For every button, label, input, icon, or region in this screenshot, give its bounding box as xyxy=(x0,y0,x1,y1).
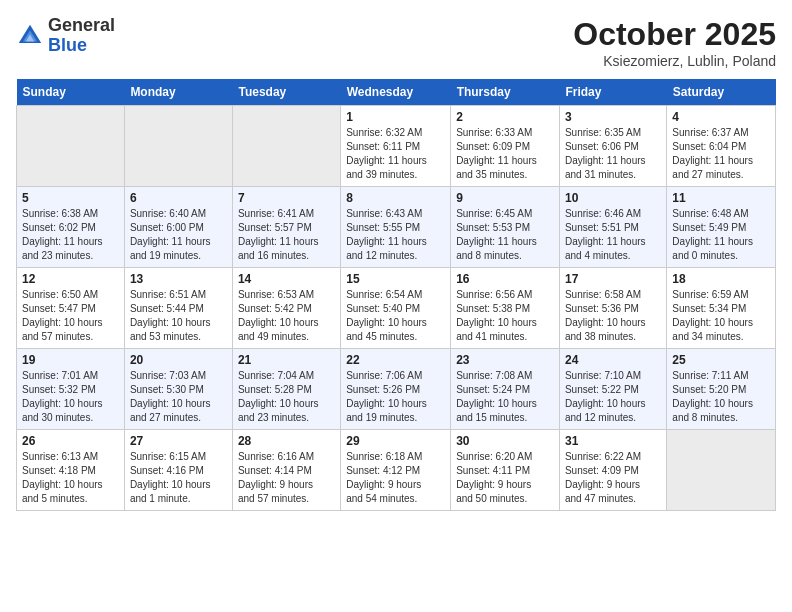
day-number: 12 xyxy=(22,272,119,286)
calendar-cell: 12Sunrise: 6:50 AM Sunset: 5:47 PM Dayli… xyxy=(17,268,125,349)
day-info: Sunrise: 6:20 AM Sunset: 4:11 PM Dayligh… xyxy=(456,450,554,506)
day-info: Sunrise: 6:15 AM Sunset: 4:16 PM Dayligh… xyxy=(130,450,227,506)
day-info: Sunrise: 7:01 AM Sunset: 5:32 PM Dayligh… xyxy=(22,369,119,425)
calendar-cell: 16Sunrise: 6:56 AM Sunset: 5:38 PM Dayli… xyxy=(451,268,560,349)
col-header-monday: Monday xyxy=(124,79,232,106)
day-number: 2 xyxy=(456,110,554,124)
day-info: Sunrise: 6:22 AM Sunset: 4:09 PM Dayligh… xyxy=(565,450,661,506)
col-header-thursday: Thursday xyxy=(451,79,560,106)
calendar-week-1: 1Sunrise: 6:32 AM Sunset: 6:11 PM Daylig… xyxy=(17,106,776,187)
day-number: 20 xyxy=(130,353,227,367)
day-number: 1 xyxy=(346,110,445,124)
calendar-cell: 15Sunrise: 6:54 AM Sunset: 5:40 PM Dayli… xyxy=(341,268,451,349)
calendar-cell: 9Sunrise: 6:45 AM Sunset: 5:53 PM Daylig… xyxy=(451,187,560,268)
calendar-header-row: SundayMondayTuesdayWednesdayThursdayFrid… xyxy=(17,79,776,106)
day-number: 13 xyxy=(130,272,227,286)
day-info: Sunrise: 6:45 AM Sunset: 5:53 PM Dayligh… xyxy=(456,207,554,263)
day-number: 11 xyxy=(672,191,770,205)
calendar-cell: 19Sunrise: 7:01 AM Sunset: 5:32 PM Dayli… xyxy=(17,349,125,430)
day-number: 22 xyxy=(346,353,445,367)
logo: General Blue xyxy=(16,16,115,56)
calendar-cell xyxy=(232,106,340,187)
calendar-cell: 29Sunrise: 6:18 AM Sunset: 4:12 PM Dayli… xyxy=(341,430,451,511)
day-info: Sunrise: 6:40 AM Sunset: 6:00 PM Dayligh… xyxy=(130,207,227,263)
day-number: 8 xyxy=(346,191,445,205)
day-info: Sunrise: 7:06 AM Sunset: 5:26 PM Dayligh… xyxy=(346,369,445,425)
day-number: 29 xyxy=(346,434,445,448)
day-info: Sunrise: 7:11 AM Sunset: 5:20 PM Dayligh… xyxy=(672,369,770,425)
day-number: 7 xyxy=(238,191,335,205)
calendar-week-4: 19Sunrise: 7:01 AM Sunset: 5:32 PM Dayli… xyxy=(17,349,776,430)
calendar-week-2: 5Sunrise: 6:38 AM Sunset: 6:02 PM Daylig… xyxy=(17,187,776,268)
day-number: 10 xyxy=(565,191,661,205)
day-number: 14 xyxy=(238,272,335,286)
calendar-cell: 30Sunrise: 6:20 AM Sunset: 4:11 PM Dayli… xyxy=(451,430,560,511)
calendar-cell: 13Sunrise: 6:51 AM Sunset: 5:44 PM Dayli… xyxy=(124,268,232,349)
day-number: 24 xyxy=(565,353,661,367)
calendar-cell xyxy=(124,106,232,187)
calendar-cell: 3Sunrise: 6:35 AM Sunset: 6:06 PM Daylig… xyxy=(559,106,666,187)
calendar-cell: 21Sunrise: 7:04 AM Sunset: 5:28 PM Dayli… xyxy=(232,349,340,430)
day-info: Sunrise: 6:46 AM Sunset: 5:51 PM Dayligh… xyxy=(565,207,661,263)
day-number: 31 xyxy=(565,434,661,448)
day-number: 21 xyxy=(238,353,335,367)
day-info: Sunrise: 6:48 AM Sunset: 5:49 PM Dayligh… xyxy=(672,207,770,263)
day-number: 28 xyxy=(238,434,335,448)
col-header-saturday: Saturday xyxy=(667,79,776,106)
calendar-cell: 4Sunrise: 6:37 AM Sunset: 6:04 PM Daylig… xyxy=(667,106,776,187)
page-header: General Blue October 2025 Ksiezomierz, L… xyxy=(16,16,776,69)
calendar-cell: 26Sunrise: 6:13 AM Sunset: 4:18 PM Dayli… xyxy=(17,430,125,511)
calendar-cell: 28Sunrise: 6:16 AM Sunset: 4:14 PM Dayli… xyxy=(232,430,340,511)
day-number: 3 xyxy=(565,110,661,124)
day-number: 27 xyxy=(130,434,227,448)
day-number: 6 xyxy=(130,191,227,205)
title-block: October 2025 Ksiezomierz, Lublin, Poland xyxy=(573,16,776,69)
calendar-cell: 2Sunrise: 6:33 AM Sunset: 6:09 PM Daylig… xyxy=(451,106,560,187)
day-info: Sunrise: 6:54 AM Sunset: 5:40 PM Dayligh… xyxy=(346,288,445,344)
day-info: Sunrise: 7:08 AM Sunset: 5:24 PM Dayligh… xyxy=(456,369,554,425)
day-info: Sunrise: 6:58 AM Sunset: 5:36 PM Dayligh… xyxy=(565,288,661,344)
col-header-sunday: Sunday xyxy=(17,79,125,106)
day-number: 26 xyxy=(22,434,119,448)
day-info: Sunrise: 6:18 AM Sunset: 4:12 PM Dayligh… xyxy=(346,450,445,506)
calendar-week-5: 26Sunrise: 6:13 AM Sunset: 4:18 PM Dayli… xyxy=(17,430,776,511)
calendar-cell: 17Sunrise: 6:58 AM Sunset: 5:36 PM Dayli… xyxy=(559,268,666,349)
day-number: 30 xyxy=(456,434,554,448)
day-number: 9 xyxy=(456,191,554,205)
calendar-cell: 18Sunrise: 6:59 AM Sunset: 5:34 PM Dayli… xyxy=(667,268,776,349)
day-info: Sunrise: 6:35 AM Sunset: 6:06 PM Dayligh… xyxy=(565,126,661,182)
day-info: Sunrise: 6:33 AM Sunset: 6:09 PM Dayligh… xyxy=(456,126,554,182)
day-number: 4 xyxy=(672,110,770,124)
calendar-table: SundayMondayTuesdayWednesdayThursdayFrid… xyxy=(16,79,776,511)
calendar-cell: 25Sunrise: 7:11 AM Sunset: 5:20 PM Dayli… xyxy=(667,349,776,430)
calendar-cell xyxy=(667,430,776,511)
col-header-wednesday: Wednesday xyxy=(341,79,451,106)
location-subtitle: Ksiezomierz, Lublin, Poland xyxy=(573,53,776,69)
day-number: 18 xyxy=(672,272,770,286)
day-info: Sunrise: 6:51 AM Sunset: 5:44 PM Dayligh… xyxy=(130,288,227,344)
calendar-cell: 1Sunrise: 6:32 AM Sunset: 6:11 PM Daylig… xyxy=(341,106,451,187)
day-number: 5 xyxy=(22,191,119,205)
day-info: Sunrise: 7:04 AM Sunset: 5:28 PM Dayligh… xyxy=(238,369,335,425)
day-info: Sunrise: 6:13 AM Sunset: 4:18 PM Dayligh… xyxy=(22,450,119,506)
calendar-cell: 6Sunrise: 6:40 AM Sunset: 6:00 PM Daylig… xyxy=(124,187,232,268)
calendar-cell: 14Sunrise: 6:53 AM Sunset: 5:42 PM Dayli… xyxy=(232,268,340,349)
day-info: Sunrise: 6:53 AM Sunset: 5:42 PM Dayligh… xyxy=(238,288,335,344)
logo-text: General Blue xyxy=(48,16,115,56)
day-info: Sunrise: 7:03 AM Sunset: 5:30 PM Dayligh… xyxy=(130,369,227,425)
day-info: Sunrise: 6:16 AM Sunset: 4:14 PM Dayligh… xyxy=(238,450,335,506)
day-info: Sunrise: 7:10 AM Sunset: 5:22 PM Dayligh… xyxy=(565,369,661,425)
day-number: 19 xyxy=(22,353,119,367)
calendar-cell: 23Sunrise: 7:08 AM Sunset: 5:24 PM Dayli… xyxy=(451,349,560,430)
day-info: Sunrise: 6:37 AM Sunset: 6:04 PM Dayligh… xyxy=(672,126,770,182)
month-title: October 2025 xyxy=(573,16,776,53)
col-header-friday: Friday xyxy=(559,79,666,106)
day-info: Sunrise: 6:43 AM Sunset: 5:55 PM Dayligh… xyxy=(346,207,445,263)
calendar-cell: 31Sunrise: 6:22 AM Sunset: 4:09 PM Dayli… xyxy=(559,430,666,511)
calendar-cell: 8Sunrise: 6:43 AM Sunset: 5:55 PM Daylig… xyxy=(341,187,451,268)
day-info: Sunrise: 6:56 AM Sunset: 5:38 PM Dayligh… xyxy=(456,288,554,344)
day-info: Sunrise: 6:50 AM Sunset: 5:47 PM Dayligh… xyxy=(22,288,119,344)
calendar-cell: 20Sunrise: 7:03 AM Sunset: 5:30 PM Dayli… xyxy=(124,349,232,430)
day-info: Sunrise: 6:41 AM Sunset: 5:57 PM Dayligh… xyxy=(238,207,335,263)
day-info: Sunrise: 6:59 AM Sunset: 5:34 PM Dayligh… xyxy=(672,288,770,344)
